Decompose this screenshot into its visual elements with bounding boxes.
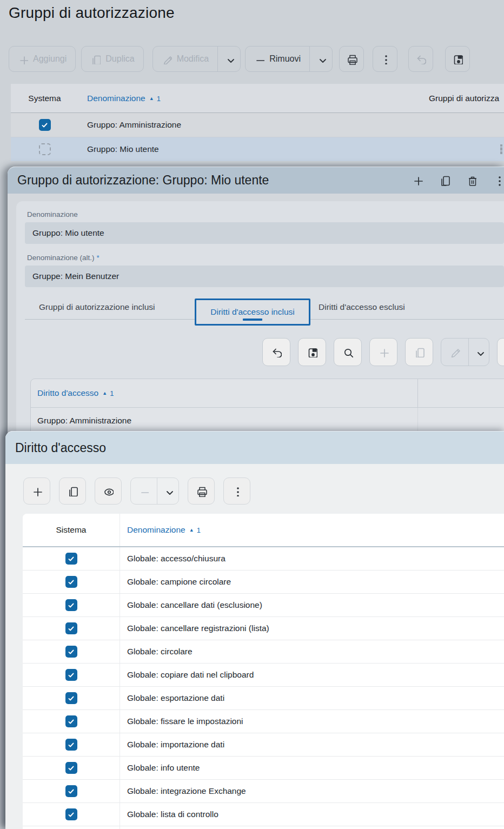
- tab-excluded-rights[interactable]: Diritti d'accesso esclusi: [319, 294, 405, 320]
- undo-button[interactable]: [262, 338, 290, 366]
- check-icon: [67, 787, 75, 795]
- table-row[interactable]: Globale: integrazione Exchange: [23, 780, 504, 803]
- column-header-system[interactable]: Sistema: [23, 514, 120, 546]
- row-name: Gruppo: Amministrazione: [78, 120, 418, 130]
- add-button[interactable]: [369, 338, 397, 366]
- add-button-label: Aggiungi: [33, 54, 67, 64]
- table-row-selected[interactable]: Gruppo: Mio utente: [11, 137, 504, 161]
- check-icon: [67, 694, 75, 702]
- add-button[interactable]: [23, 477, 50, 505]
- system-checkbox-checked[interactable]: [65, 646, 77, 658]
- table-row[interactable]: Globale: cancellare dati (esclusione): [23, 594, 504, 617]
- duplicate-button-label: Duplica: [105, 54, 134, 64]
- column-header-name[interactable]: Denominazione▲1: [78, 94, 418, 103]
- row-name: Globale: cancellare registrazioni (lista…: [120, 624, 504, 633]
- column-header-right[interactable]: Diritto d'accesso▲1: [31, 379, 418, 407]
- system-checkbox-unchecked[interactable]: [39, 143, 51, 155]
- remove-split-button: Rimuovi: [245, 46, 333, 72]
- save-button[interactable]: [298, 338, 326, 366]
- plus-icon: [378, 347, 389, 357]
- access-toolbar: [23, 477, 250, 505]
- check-icon: [67, 811, 75, 819]
- minus-icon: [254, 54, 264, 64]
- chevron-down-icon: [224, 54, 234, 64]
- system-checkbox-checked[interactable]: [65, 692, 77, 704]
- system-checkbox-checked[interactable]: [65, 553, 77, 565]
- system-checkbox-checked[interactable]: [65, 739, 77, 751]
- check-icon: [67, 601, 75, 609]
- column-header-groups[interactable]: Gruppi di autorizza: [418, 94, 504, 103]
- more-button[interactable]: [223, 477, 250, 505]
- row-name: Gruppo: Mio utente: [78, 144, 418, 154]
- edit-button[interactable]: [441, 339, 468, 366]
- sort-asc-icon: ▲: [149, 96, 154, 101]
- print-button[interactable]: [188, 477, 215, 505]
- system-checkbox-checked[interactable]: [65, 715, 77, 727]
- system-checkbox-checked[interactable]: [65, 599, 77, 611]
- remove-button[interactable]: [131, 478, 157, 504]
- access-table-rows: Globale: accesso/chiusura Globale: campi…: [23, 547, 504, 829]
- clipped-button[interactable]: [497, 338, 504, 366]
- system-checkbox-checked[interactable]: [65, 762, 77, 774]
- groups-checkbox-unchecked[interactable]: [500, 144, 502, 154]
- table-row[interactable]: Globale: circolare: [23, 640, 504, 664]
- sort-rank: 1: [197, 526, 201, 534]
- duplicate-button[interactable]: [405, 338, 433, 366]
- edit-dropdown-button[interactable]: [468, 339, 489, 366]
- table-row[interactable]: Globale: lista di controllo: [23, 803, 504, 826]
- add-icon[interactable]: [412, 175, 424, 187]
- active-tab-indicator: [243, 319, 262, 321]
- name-field-label: Denominazione: [27, 210, 78, 218]
- table-row[interactable]: Gruppo: Amministrazione: [31, 408, 504, 434]
- name-field[interactable]: Gruppo: Mio utente: [25, 222, 504, 244]
- edit-button[interactable]: Modifica: [153, 47, 218, 71]
- tab-included-groups[interactable]: Gruppi di autorizzazione inclusi: [39, 294, 155, 320]
- system-checkbox-checked[interactable]: [65, 785, 77, 797]
- duplicate-icon[interactable]: [439, 175, 451, 187]
- add-button[interactable]: Aggiungi: [9, 46, 76, 72]
- app-window: Gruppi di autorizzazione Aggiungi Duplic…: [0, 0, 504, 829]
- system-checkbox-checked[interactable]: [65, 576, 77, 588]
- print-button[interactable]: [339, 46, 364, 72]
- chevron-down-icon: [316, 54, 326, 64]
- alt-name-field-label: Denominazione (alt.)*: [27, 254, 100, 262]
- group-dialog-actions: [412, 167, 504, 194]
- system-checkbox-checked[interactable]: [65, 622, 77, 634]
- duplicate-button[interactable]: [59, 477, 86, 505]
- tab-included-rights[interactable]: Diritti d'accesso inclusi: [195, 299, 310, 326]
- table-row[interactable]: Globale: copiare dati nel clipboard: [23, 664, 504, 687]
- table-row[interactable]: Gruppo: Amministrazione: [11, 113, 504, 137]
- column-header-system[interactable]: Systema: [11, 94, 78, 103]
- remove-dropdown-button[interactable]: [157, 478, 178, 504]
- delete-icon[interactable]: [466, 175, 478, 187]
- table-row[interactable]: Globale: fissare le impostazioni: [23, 710, 504, 733]
- table-row[interactable]: Globale: cancellare registrazioni (lista…: [23, 617, 504, 640]
- remove-button[interactable]: Rimuovi: [246, 47, 309, 71]
- system-checkbox-checked[interactable]: [39, 119, 51, 131]
- check-icon: [41, 121, 49, 129]
- undo-button[interactable]: [408, 46, 433, 72]
- search-button[interactable]: [334, 338, 362, 366]
- table-row[interactable]: Globale: info utente: [23, 757, 504, 780]
- table-row[interactable]: Globale: esportazione dati: [23, 687, 504, 710]
- save-button[interactable]: [445, 46, 470, 72]
- alt-name-field[interactable]: Gruppe: Mein Benutzer: [25, 266, 504, 287]
- table-row[interactable]: Globale: campione circolare: [23, 571, 504, 594]
- system-checkbox-checked[interactable]: [65, 669, 77, 681]
- column-header-name[interactable]: Denominazione▲1: [120, 525, 504, 535]
- table-row[interactable]: Globale: accesso/chiusura: [23, 547, 504, 571]
- kebab-icon[interactable]: [493, 175, 504, 187]
- more-button[interactable]: [373, 46, 397, 72]
- row-name: Globale: lista di controllo: [120, 810, 504, 819]
- view-button[interactable]: [95, 477, 122, 505]
- kebab-icon: [380, 54, 390, 64]
- duplicate-button[interactable]: Duplica: [81, 46, 143, 72]
- table-row[interactable]: Globale: menu di avvio: [23, 826, 504, 829]
- save-icon: [452, 54, 463, 64]
- chevron-down-icon: [474, 347, 484, 357]
- system-checkbox-checked[interactable]: [65, 808, 77, 820]
- edit-dropdown-button[interactable]: [217, 47, 240, 71]
- table-row[interactable]: Globale: importazione dati: [23, 733, 504, 757]
- remove-button-label: Rimuovi: [269, 54, 301, 64]
- remove-dropdown-button[interactable]: [309, 47, 332, 71]
